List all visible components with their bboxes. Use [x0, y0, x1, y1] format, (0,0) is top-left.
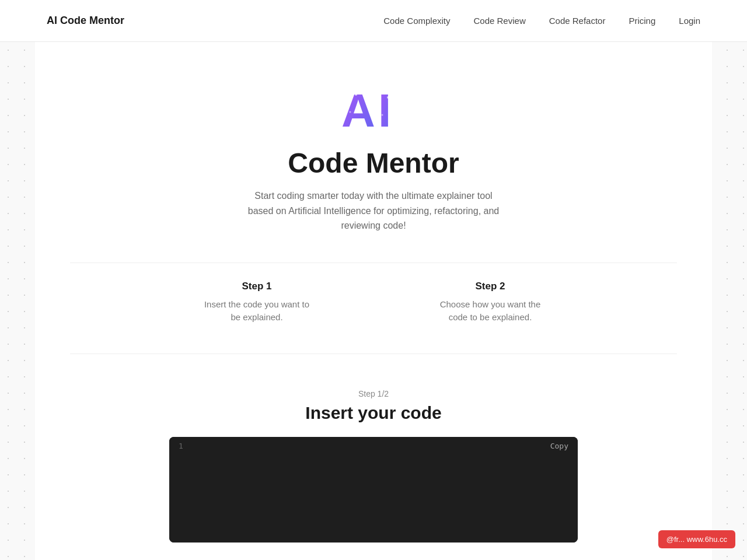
step-1-title: Step 1 [198, 281, 315, 292]
ai-logo: A I [338, 83, 409, 135]
page-background: A I Code Mentor Start coding smarter tod… [0, 42, 747, 560]
content-strip: A I Code Mentor Start coding smarter tod… [35, 42, 712, 560]
code-section-title: Insert your code [70, 403, 677, 423]
step-indicator: Step 1/2 [70, 389, 677, 398]
nav-pricing[interactable]: Pricing [629, 16, 655, 26]
hero-subtitle: Start coding smarter today with the ulti… [228, 188, 519, 233]
navbar: AI Code Mentor Code Complexity Code Revi… [0, 0, 747, 42]
svg-point-4 [350, 111, 351, 113]
svg-text:A: A [341, 85, 375, 135]
svg-text:I: I [378, 85, 391, 135]
step-1: Step 1 Insert the code you want to be ex… [198, 281, 315, 324]
code-editor-header: 1 Copy [169, 437, 578, 455]
copy-button[interactable]: Copy [550, 442, 568, 450]
svg-point-2 [355, 93, 357, 96]
code-editor[interactable]: 1 Copy [169, 437, 578, 542]
svg-point-5 [387, 96, 389, 99]
svg-point-3 [367, 103, 369, 104]
code-editor-body[interactable] [169, 455, 578, 542]
navbar-links: Code Complexity Code Review Code Refacto… [383, 16, 700, 26]
step-2: Step 2 Choose how you want the code to b… [432, 281, 549, 324]
step-2-title: Step 2 [432, 281, 549, 292]
svg-point-7 [382, 114, 383, 116]
nav-code-complexity[interactable]: Code Complexity [383, 16, 450, 26]
line-number: 1 [179, 442, 183, 450]
step-2-desc: Choose how you want the code to be expla… [432, 298, 549, 324]
watermark-badge: @fr... www.6hu.cc [658, 530, 735, 548]
nav-code-refactor[interactable]: Code Refactor [549, 16, 606, 26]
code-section: Step 1/2 Insert your code 1 Copy [70, 383, 677, 542]
hero-section: A I Code Mentor Start coding smarter tod… [70, 65, 677, 262]
hero-title: Code Mentor [70, 147, 677, 179]
step-1-desc: Insert the code you want to be explained… [198, 298, 315, 324]
navbar-brand[interactable]: AI Code Mentor [47, 15, 124, 27]
nav-login[interactable]: Login [679, 16, 700, 26]
nav-code-review[interactable]: Code Review [474, 16, 526, 26]
svg-point-6 [393, 108, 395, 110]
steps-section: Step 1 Insert the code you want to be ex… [70, 262, 677, 354]
